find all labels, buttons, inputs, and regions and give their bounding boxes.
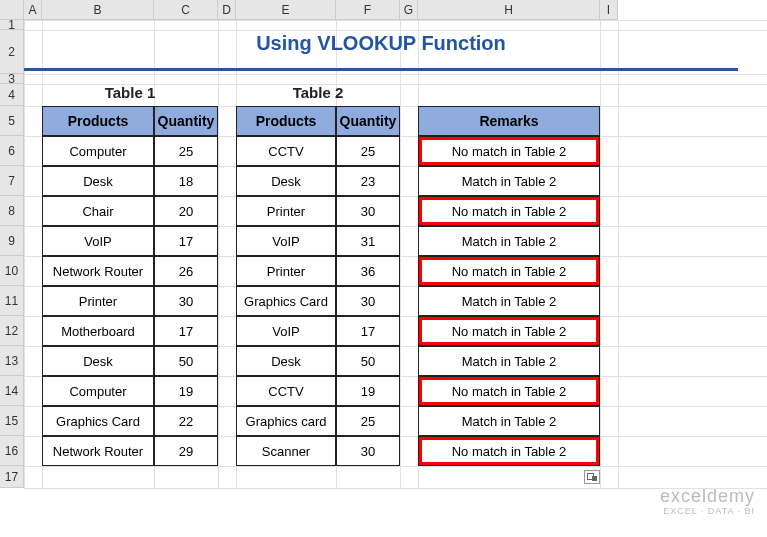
table1-product[interactable]: Computer bbox=[42, 376, 154, 406]
table2-product[interactable]: Scanner bbox=[236, 436, 336, 466]
table2-qty[interactable]: 30 bbox=[336, 196, 400, 226]
col-header-A[interactable]: A bbox=[24, 0, 42, 19]
table1-qty[interactable]: 30 bbox=[154, 286, 218, 316]
row-header-9[interactable]: 9 bbox=[0, 226, 24, 256]
remarks-header[interactable]: Remarks bbox=[418, 106, 600, 136]
table2-title: Table 2 bbox=[236, 84, 400, 101]
row-header-16[interactable]: 16 bbox=[0, 436, 24, 466]
table2-qty[interactable]: 36 bbox=[336, 256, 400, 286]
remarks-cell[interactable]: Match in Table 2 bbox=[418, 406, 600, 436]
table2-product[interactable]: Desk bbox=[236, 346, 336, 376]
table1-product[interactable]: Computer bbox=[42, 136, 154, 166]
row-header-1[interactable]: 1 bbox=[0, 20, 24, 30]
table2-product[interactable]: CCTV bbox=[236, 376, 336, 406]
table1-qty[interactable]: 22 bbox=[154, 406, 218, 436]
remarks-cell[interactable]: No match in Table 2 bbox=[418, 316, 600, 346]
row-header-8[interactable]: 8 bbox=[0, 196, 24, 226]
row-header-3[interactable]: 3 bbox=[0, 74, 24, 84]
table1-product[interactable]: VoIP bbox=[42, 226, 154, 256]
page-title: Using VLOOKUP Function bbox=[24, 32, 738, 55]
table1-qty[interactable]: 29 bbox=[154, 436, 218, 466]
row-header-13[interactable]: 13 bbox=[0, 346, 24, 376]
table1-qty[interactable]: 18 bbox=[154, 166, 218, 196]
remarks-cell[interactable]: No match in Table 2 bbox=[418, 376, 600, 406]
table2-qty[interactable]: 25 bbox=[336, 406, 400, 436]
col-header-I[interactable]: I bbox=[600, 0, 618, 19]
table1-product[interactable]: Desk bbox=[42, 346, 154, 376]
col-header-G[interactable]: G bbox=[400, 0, 418, 19]
table2-product[interactable]: Graphics card bbox=[236, 406, 336, 436]
row-header-15[interactable]: 15 bbox=[0, 406, 24, 436]
table2-product[interactable]: Desk bbox=[236, 166, 336, 196]
table2-product[interactable]: VoIP bbox=[236, 226, 336, 256]
table2-product[interactable]: VoIP bbox=[236, 316, 336, 346]
table2-product[interactable]: CCTV bbox=[236, 136, 336, 166]
row-header-11[interactable]: 11 bbox=[0, 286, 24, 316]
table2-qty[interactable]: 23 bbox=[336, 166, 400, 196]
row-header-14[interactable]: 14 bbox=[0, 376, 24, 406]
col-header-C[interactable]: C bbox=[154, 0, 218, 19]
title-underline bbox=[24, 68, 738, 71]
table1-qty[interactable]: 20 bbox=[154, 196, 218, 226]
row-header-4[interactable]: 4 bbox=[0, 84, 24, 106]
remarks-cell[interactable]: No match in Table 2 bbox=[418, 436, 600, 466]
table2-product[interactable]: Printer bbox=[236, 256, 336, 286]
table1-qty[interactable]: 19 bbox=[154, 376, 218, 406]
table1-header-quantity[interactable]: Quantity bbox=[154, 106, 218, 136]
row-header-17[interactable]: 17 bbox=[0, 466, 24, 488]
col-header-H[interactable]: H bbox=[418, 0, 600, 19]
table2-header-products[interactable]: Products bbox=[236, 106, 336, 136]
column-headers: ABCDEFGHI bbox=[0, 0, 618, 20]
table1-qty[interactable]: 50 bbox=[154, 346, 218, 376]
table1-product[interactable]: Chair bbox=[42, 196, 154, 226]
table1-qty[interactable]: 17 bbox=[154, 316, 218, 346]
table2-product[interactable]: Graphics Card bbox=[236, 286, 336, 316]
row-headers: 1234567891011121314151617 bbox=[0, 20, 24, 488]
col-header-E[interactable]: E bbox=[236, 0, 336, 19]
remarks-cell[interactable]: No match in Table 2 bbox=[418, 256, 600, 286]
row-header-2[interactable]: 2 bbox=[0, 30, 24, 74]
table1-product[interactable]: Network Router bbox=[42, 436, 154, 466]
grid-area[interactable]: Using VLOOKUP Function Table 1Table 2Pro… bbox=[24, 20, 767, 537]
table2-product[interactable]: Printer bbox=[236, 196, 336, 226]
table2-qty[interactable]: 19 bbox=[336, 376, 400, 406]
row-header-12[interactable]: 12 bbox=[0, 316, 24, 346]
col-header-F[interactable]: F bbox=[336, 0, 400, 19]
table1-qty[interactable]: 26 bbox=[154, 256, 218, 286]
table1-qty[interactable]: 17 bbox=[154, 226, 218, 256]
table2-qty[interactable]: 17 bbox=[336, 316, 400, 346]
row-header-5[interactable]: 5 bbox=[0, 106, 24, 136]
row-header-6[interactable]: 6 bbox=[0, 136, 24, 166]
remarks-cell[interactable]: Match in Table 2 bbox=[418, 286, 600, 316]
table1-product[interactable]: Printer bbox=[42, 286, 154, 316]
autofill-options-icon[interactable] bbox=[584, 470, 600, 484]
table2-qty[interactable]: 30 bbox=[336, 436, 400, 466]
select-all-corner[interactable] bbox=[0, 0, 24, 20]
remarks-cell[interactable]: Match in Table 2 bbox=[418, 226, 600, 256]
table2-header-quantity[interactable]: Quantity bbox=[336, 106, 400, 136]
col-header-D[interactable]: D bbox=[218, 0, 236, 19]
row-header-10[interactable]: 10 bbox=[0, 256, 24, 286]
table2-qty[interactable]: 31 bbox=[336, 226, 400, 256]
table2-qty[interactable]: 25 bbox=[336, 136, 400, 166]
row-header-7[interactable]: 7 bbox=[0, 166, 24, 196]
remarks-cell[interactable]: No match in Table 2 bbox=[418, 196, 600, 226]
table1-product[interactable]: Graphics Card bbox=[42, 406, 154, 436]
remarks-cell[interactable]: Match in Table 2 bbox=[418, 346, 600, 376]
table1-qty[interactable]: 25 bbox=[154, 136, 218, 166]
table1-header-products[interactable]: Products bbox=[42, 106, 154, 136]
watermark: exceldemy EXCEL · DATA · BI bbox=[660, 487, 755, 517]
remarks-cell[interactable]: Match in Table 2 bbox=[418, 166, 600, 196]
table2-qty[interactable]: 30 bbox=[336, 286, 400, 316]
col-header-B[interactable]: B bbox=[42, 0, 154, 19]
spreadsheet: ABCDEFGHI 1234567891011121314151617 Usin… bbox=[0, 0, 618, 20]
table1-title: Table 1 bbox=[42, 84, 218, 101]
table2-qty[interactable]: 50 bbox=[336, 346, 400, 376]
table1-product[interactable]: Motherboard bbox=[42, 316, 154, 346]
remarks-cell[interactable]: No match in Table 2 bbox=[418, 136, 600, 166]
table1-product[interactable]: Desk bbox=[42, 166, 154, 196]
table1-product[interactable]: Network Router bbox=[42, 256, 154, 286]
